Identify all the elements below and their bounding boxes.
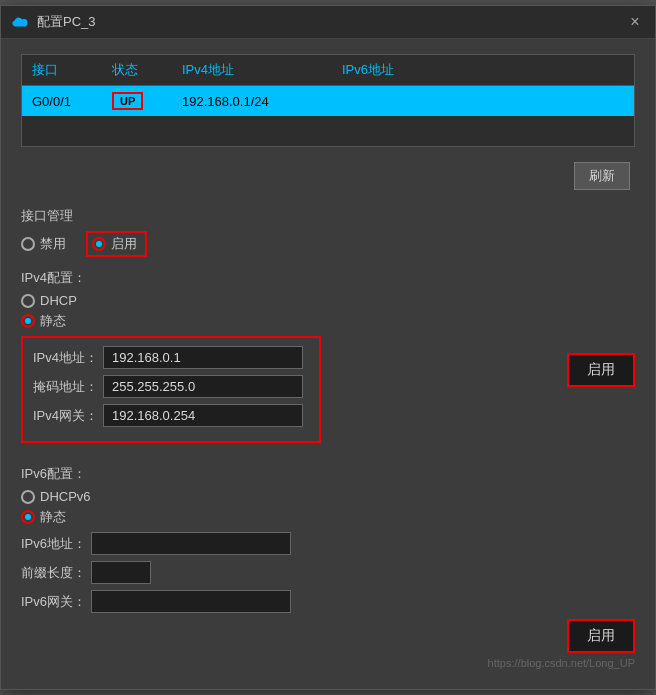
title-bar: 配置PC_3 ×: [1, 6, 655, 39]
radio-ipv6-static[interactable]: 静态: [21, 508, 66, 526]
mask-input[interactable]: [103, 375, 303, 398]
radio-dhcpv6-circle: [21, 490, 35, 504]
apply-ipv6-row: 启用: [21, 619, 635, 653]
cell-status: UP: [112, 92, 182, 110]
app-icon: [11, 13, 29, 31]
cell-interface: G0/0/1: [32, 94, 112, 109]
ipv6-gateway-row: IPv6网关：: [21, 590, 635, 613]
watermark: https://blog.csdn.net/Long_UP: [21, 657, 635, 669]
interface-table: 接口 状态 IPv4地址 IPv6地址 G0/0/1 UP 192.168.0.…: [21, 54, 635, 147]
ipv4-fields-box: IPv4地址： 掩码地址： IPv4网关：: [21, 336, 321, 443]
prefix-row: 前缀长度：: [21, 561, 635, 584]
ipv4-address-label: IPv4地址：: [33, 349, 103, 367]
radio-dhcpv6-label: DHCPv6: [40, 489, 91, 504]
cell-ipv4: 192.168.0.1/24: [182, 94, 342, 109]
ipv6-gateway-label: IPv6网关：: [21, 593, 91, 611]
ipv6-address-label: IPv6地址：: [21, 535, 91, 553]
col-ipv6: IPv6地址: [342, 61, 624, 79]
radio-static-label: 静态: [40, 312, 66, 330]
ipv6-address-row: IPv6地址：: [21, 532, 635, 555]
radio-static[interactable]: 静态: [21, 312, 66, 330]
radio-ipv6-static-label: 静态: [40, 508, 66, 526]
radio-disable[interactable]: 禁用: [21, 235, 66, 253]
radio-enable-label: 启用: [111, 235, 137, 253]
ipv4-address-row: IPv4地址：: [33, 346, 309, 369]
mask-label: 掩码地址：: [33, 378, 103, 396]
window-title: 配置PC_3: [37, 13, 625, 31]
col-interface: 接口: [32, 61, 112, 79]
status-badge: UP: [112, 92, 143, 110]
apply-ipv6-button[interactable]: 启用: [567, 619, 635, 653]
table-empty-row: [22, 116, 634, 146]
ipv6-section: IPv6配置： DHCPv6 静态 IPv6地址： 前缀长度：: [21, 465, 635, 653]
col-ipv4: IPv4地址: [182, 61, 342, 79]
ipv6-dhcpv6-radio-group: DHCPv6: [21, 489, 635, 504]
table-header: 接口 状态 IPv4地址 IPv6地址: [22, 55, 634, 86]
refresh-button[interactable]: 刷新: [574, 162, 630, 190]
refresh-row: 刷新: [21, 157, 635, 195]
mask-row: 掩码地址：: [33, 375, 309, 398]
config-window: 配置PC_3 × 接口 状态 IPv4地址 IPv6地址 G0/0/1 UP 1…: [0, 5, 656, 690]
ipv4-right: 启用: [567, 353, 635, 387]
window-content: 接口 状态 IPv4地址 IPv6地址 G0/0/1 UP 192.168.0.…: [1, 39, 655, 689]
ipv4-static-radio-group: 静态: [21, 312, 547, 330]
radio-ipv6-static-circle: [21, 510, 35, 524]
gateway-label: IPv4网关：: [33, 407, 103, 425]
radio-disable-label: 禁用: [40, 235, 66, 253]
radio-dhcp-circle: [21, 294, 35, 308]
col-status: 状态: [112, 61, 182, 79]
interface-management-radios: 禁用 启用: [21, 231, 635, 257]
ipv6-static-radio-group: 静态: [21, 508, 635, 526]
radio-enable[interactable]: 启用: [86, 231, 147, 257]
prefix-input[interactable]: [91, 561, 151, 584]
prefix-label: 前缀长度：: [21, 564, 91, 582]
interface-management-label: 接口管理: [21, 207, 635, 225]
ipv4-dhcp-radio-group: DHCP: [21, 293, 547, 308]
ipv6-gateway-input[interactable]: [91, 590, 291, 613]
radio-disable-circle: [21, 237, 35, 251]
table-row[interactable]: G0/0/1 UP 192.168.0.1/24: [22, 86, 634, 116]
ipv6-config-label: IPv6配置：: [21, 465, 635, 483]
ipv4-left: DHCP 静态 IPv4地址： 掩: [21, 293, 547, 453]
radio-dhcpv6[interactable]: DHCPv6: [21, 489, 91, 504]
radio-dhcp[interactable]: DHCP: [21, 293, 77, 308]
radio-enable-circle: [92, 237, 106, 251]
gateway-row: IPv4网关：: [33, 404, 309, 427]
ipv4-address-input[interactable]: [103, 346, 303, 369]
radio-dhcp-label: DHCP: [40, 293, 77, 308]
ipv4-main-section: DHCP 静态 IPv4地址： 掩: [21, 293, 635, 453]
close-button[interactable]: ×: [625, 12, 645, 32]
ipv6-address-input[interactable]: [91, 532, 291, 555]
radio-static-circle: [21, 314, 35, 328]
ipv4-config-label: IPv4配置：: [21, 269, 635, 287]
apply-ipv4-button[interactable]: 启用: [567, 353, 635, 387]
gateway-input[interactable]: [103, 404, 303, 427]
